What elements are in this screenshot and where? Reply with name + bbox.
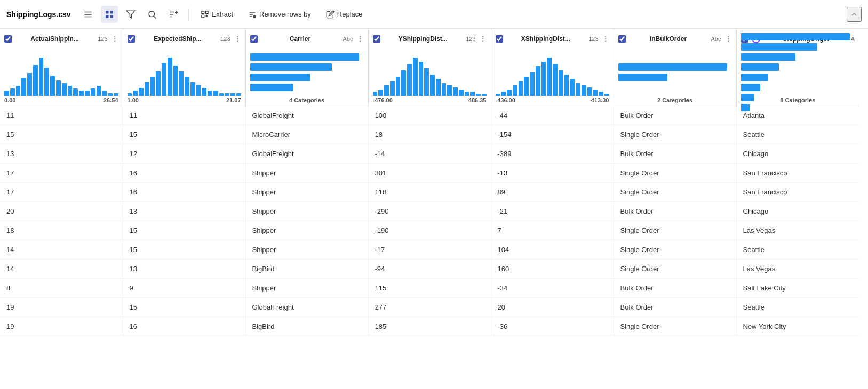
svg-rect-3	[106, 11, 108, 13]
table-cell: 13	[123, 260, 245, 279]
col-header-inbulk: InBulkOrder Abc ⋮ 2 Categories	[614, 29, 736, 106]
svg-rect-15	[205, 11, 208, 14]
svg-line-9	[154, 16, 156, 18]
sort-button[interactable]	[165, 6, 182, 23]
table-cell: 11	[123, 106, 245, 125]
col-header-origin: ShippingOrigin A 8 Categories	[736, 29, 859, 106]
remove-rows-label: Remove rows by	[259, 10, 311, 18]
table-cell: -34	[491, 279, 614, 298]
col-checkbox-inbulk[interactable]	[618, 35, 626, 43]
range-min-yship: -476.00	[373, 97, 393, 103]
table-cell: 12	[123, 144, 245, 164]
search-icon	[147, 10, 157, 19]
col-type-actual: 123	[98, 36, 107, 42]
col-title-actual: ActualShippin...	[15, 35, 94, 43]
col-chart-carrier	[246, 48, 368, 96]
table-cell: GlobalFreight	[245, 144, 368, 164]
table-row: 1916BigBird185-36Single OrderNew York Ci…	[0, 317, 859, 336]
bar-chart-actual	[4, 53, 118, 96]
col-menu-yship[interactable]: ⋮	[479, 35, 487, 43]
table-cell: Shipper	[245, 183, 368, 202]
col-menu-xship[interactable]: ⋮	[602, 35, 609, 43]
table-cell: Seattle	[736, 125, 859, 144]
table-cell: Single Order	[614, 317, 736, 336]
range-min-xship: -436.00	[496, 97, 515, 103]
table-cell: Bulk Order	[614, 144, 736, 164]
table-cell: 11	[0, 106, 123, 125]
col-type-xship: 123	[588, 36, 598, 42]
list-view-button[interactable]	[79, 6, 97, 23]
col-checkbox-expected[interactable]	[128, 35, 135, 43]
table-cell: 17	[0, 164, 123, 183]
col-menu-inbulk[interactable]: ⋮	[724, 35, 732, 43]
svg-rect-6	[110, 15, 113, 18]
table-row: 1111GlobalFreight100-44Bulk OrderAtlanta	[0, 106, 859, 125]
table-cell: 14	[0, 240, 123, 260]
table-cell: 16	[123, 164, 245, 183]
table-cell: 17	[0, 183, 123, 202]
table-row: 1915GlobalFreight27720Bulk OrderSeattle	[0, 298, 859, 317]
col-type-expected: 123	[220, 36, 230, 42]
table-cell: 14	[0, 260, 123, 279]
extract-icon	[201, 10, 209, 19]
col-header-yshipping: YShippingDist... 123 ⋮ -476.00 486.35	[368, 29, 491, 106]
col-checkbox-carrier[interactable]	[250, 35, 258, 43]
table-cell: 104	[491, 240, 614, 260]
table-row: 1415Shipper-17104Single OrderSeattle	[0, 240, 859, 260]
table-cell: -290	[368, 202, 491, 221]
table-body: 1111GlobalFreight100-44Bulk OrderAtlanta…	[0, 106, 859, 336]
table-cell: 15	[123, 298, 245, 317]
table-cell: 89	[491, 183, 614, 202]
search-button[interactable]	[144, 6, 161, 23]
table-cell: New York City	[736, 317, 859, 336]
col-type-inbulk: Abc	[711, 36, 721, 42]
table-row: 1716Shipper11889Single OrderSan Francisc…	[0, 183, 859, 202]
table-cell: Las Vegas	[736, 221, 859, 240]
range-max-expected: 21.07	[226, 97, 241, 103]
svg-rect-4	[110, 11, 113, 13]
col-checkbox-actual[interactable]	[4, 35, 12, 43]
table-cell: Bulk Order	[614, 202, 736, 221]
bar-chart-expected	[128, 53, 241, 96]
table-cell: 19	[0, 317, 123, 336]
data-table-container[interactable]: ActualShippin... 123 ⋮ 0.00 26.54	[0, 29, 868, 389]
col-header-xshipping: XShippingDist... 123 ⋮ -436.00 413.30	[491, 29, 614, 106]
col-menu-carrier[interactable]: ⋮	[356, 35, 364, 43]
extract-button[interactable]: Extract	[195, 8, 238, 21]
replace-button[interactable]: Replace	[321, 8, 368, 21]
table-cell: Shipper	[245, 240, 368, 260]
table-cell: -36	[491, 317, 614, 336]
column-header-row: ActualShippin... 123 ⋮ 0.00 26.54	[0, 29, 859, 106]
col-checkbox-yship[interactable]	[373, 35, 380, 43]
list-icon	[83, 10, 93, 19]
table-cell: Single Order	[614, 164, 736, 183]
toolbar: ShippingLogs.csv	[0, 0, 868, 29]
table-cell: 16	[123, 183, 245, 202]
table-cell: 100	[368, 106, 491, 125]
table-cell: MicroCarrier	[245, 125, 368, 144]
file-title: ShippingLogs.csv	[6, 10, 71, 19]
table-cell: 19	[0, 298, 123, 317]
col-header-carrier: Carrier Abc ⋮ 4 Categories	[245, 29, 368, 106]
col-checkbox-xship[interactable]	[496, 35, 503, 43]
col-categories-inbulk: 2 Categories	[614, 96, 736, 106]
table-cell: GlobalFreight	[245, 106, 368, 125]
table-cell: 20	[491, 298, 614, 317]
collapse-button[interactable]	[847, 7, 862, 22]
grid-view-button[interactable]	[101, 6, 118, 23]
table-cell: 18	[0, 221, 123, 240]
col-menu-expected[interactable]: ⋮	[234, 35, 241, 43]
svg-rect-5	[106, 15, 108, 18]
filter-button[interactable]	[122, 6, 139, 23]
col-menu-actual[interactable]: ⋮	[111, 35, 118, 43]
table-cell: GlobalFreight	[245, 298, 368, 317]
col-title-yship: YShippingDist...	[384, 35, 463, 43]
col-type-yship: 123	[466, 36, 475, 42]
hbar-chart-carrier	[250, 49, 364, 95]
bar-chart-yship	[373, 53, 487, 96]
remove-rows-button[interactable]: Remove rows by	[243, 8, 316, 21]
table-cell: -44	[491, 106, 614, 125]
table-cell: 15	[123, 240, 245, 260]
table-row: 1515MicroCarrier18-154Single OrderSeattl…	[0, 125, 859, 144]
table-row: 1815Shipper-1907Single OrderLas Vegas	[0, 221, 859, 240]
